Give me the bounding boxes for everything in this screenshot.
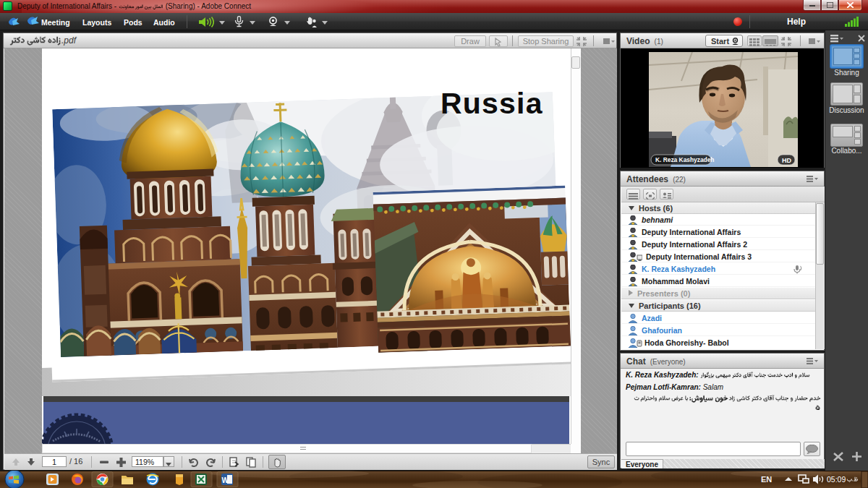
svg-text:W: W	[222, 476, 229, 484]
svg-text:05:09: 05:09	[827, 475, 846, 484]
svg-text:Russia: Russia	[441, 87, 543, 120]
svg-text:EN: EN	[761, 475, 772, 484]
svg-text:HD: HD	[782, 157, 791, 164]
svg-text:K. Reza Kashyzadeh: K. Reza Kashyzadeh	[655, 156, 714, 163]
